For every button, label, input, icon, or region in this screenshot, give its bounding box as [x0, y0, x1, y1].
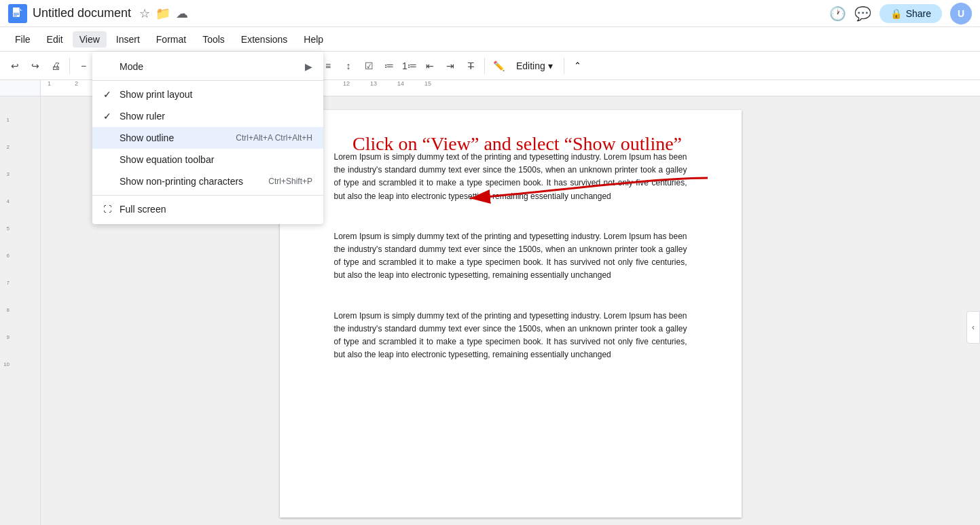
vertical-ruler: 1 2 3 4 5 6 7 8 9 10 — [0, 96, 10, 525]
edit-pencil-icon: ✏️ — [489, 56, 508, 75]
dropdown-item-print-layout[interactable]: ✓ Show print layout — [92, 84, 323, 105]
menu-format[interactable]: Format — [149, 31, 193, 48]
sidebar-toggle-button[interactable]: ‹ — [966, 311, 980, 344]
checklist-button[interactable]: ☑ — [359, 56, 378, 75]
folder-icon[interactable]: 📁 — [156, 6, 170, 21]
avatar: U — [950, 3, 972, 24]
left-margin: 1 2 3 4 5 6 7 8 9 10 — [0, 96, 41, 525]
lock-icon: 🔒 — [890, 8, 902, 19]
nonprinting-label: Show non-printing characters — [120, 176, 268, 187]
menu-bar: File Edit View Insert Format Tools Exten… — [0, 27, 980, 52]
menu-extensions[interactable]: Extensions — [234, 31, 294, 48]
menu-file[interactable]: File — [8, 31, 37, 48]
svg-rect-2 — [14, 14, 19, 15]
indent-decrease-button[interactable]: ⇤ — [420, 56, 439, 75]
ruler-left — [0, 80, 41, 96]
paragraph-2: Lorem Ipsum is simply dummy text of the … — [334, 230, 687, 283]
svg-rect-1 — [14, 13, 19, 14]
print-layout-label: Show print layout — [120, 89, 312, 100]
separator5 — [564, 58, 564, 74]
equation-label: Show equation toolbar — [120, 154, 312, 165]
svg-rect-0 — [13, 7, 20, 17]
mode-label: Mode — [120, 61, 305, 72]
document-page[interactable]: Lorem Ipsum is simply dummy text of the … — [280, 110, 742, 518]
numbered-button[interactable]: 1≔ — [400, 56, 419, 75]
paragraph-3: Lorem Ipsum is simply dummy text of the … — [334, 310, 687, 362]
print-layout-check-icon: ✓ — [103, 89, 117, 100]
redo-button[interactable]: ↪ — [26, 56, 45, 75]
dropdown-item-equation[interactable]: Show equation toolbar — [92, 149, 323, 170]
editing-label: Editing — [516, 60, 545, 71]
editing-button[interactable]: Editing ▾ — [509, 58, 560, 74]
mode-arrow-icon: ▶ — [305, 61, 312, 72]
dropdown-item-ruler[interactable]: ✓ Show ruler — [92, 105, 323, 127]
doc-icon — [8, 4, 27, 23]
title-icons: ☆ 📁 ☁ — [139, 6, 188, 21]
document-title: Untitled document — [33, 6, 131, 20]
comment-icon[interactable]: 💬 — [854, 5, 871, 22]
svg-rect-3 — [14, 16, 17, 16]
title-right: 🕐 💬 🔒 Share U — [829, 3, 972, 24]
share-button[interactable]: 🔒 Share — [879, 4, 942, 23]
divider-2 — [92, 195, 323, 196]
ruler-label: Show ruler — [120, 111, 312, 122]
menu-tools[interactable]: Tools — [196, 31, 232, 48]
menu-insert[interactable]: Insert — [109, 31, 147, 48]
print-button[interactable]: 🖨 — [46, 56, 65, 75]
indent-increase-button[interactable]: ⇥ — [441, 56, 460, 75]
cloud-icon[interactable]: ☁ — [176, 6, 188, 21]
toolbar-collapse-button[interactable]: ⌃ — [568, 56, 587, 75]
paragraph-1: Lorem Ipsum is simply dummy text of the … — [334, 151, 687, 203]
title-bar: Untitled document ☆ 📁 ☁ 🕐 💬 🔒 Share U — [0, 0, 980, 27]
ruler-check-icon: ✓ — [103, 111, 117, 122]
nonprinting-shortcut: Ctrl+Shift+P — [268, 177, 312, 186]
clear-format-button[interactable]: T̶ — [461, 56, 480, 75]
divider-1 — [92, 80, 323, 81]
star-icon[interactable]: ☆ — [139, 6, 150, 21]
editing-chevron-icon: ▾ — [548, 60, 553, 71]
menu-edit[interactable]: Edit — [40, 31, 70, 48]
zoom-out-button[interactable]: − — [74, 56, 93, 75]
view-dropdown-menu: Mode ▶ ✓ Show print layout ✓ Show ruler … — [92, 52, 323, 224]
line-spacing-button[interactable]: ↕ — [339, 56, 358, 75]
outline-label: Show outline — [120, 132, 236, 143]
fullscreen-icon: ⛶ — [103, 204, 117, 214]
bullet-button[interactable]: ≔ — [380, 56, 399, 75]
dropdown-item-outline[interactable]: Show outline Ctrl+Alt+A Ctrl+Alt+H — [92, 127, 323, 149]
separator1 — [69, 58, 70, 74]
outline-shortcut: Ctrl+Alt+A Ctrl+Alt+H — [236, 133, 312, 143]
menu-view[interactable]: View — [73, 31, 107, 48]
separator4 — [484, 58, 485, 74]
dropdown-item-mode[interactable]: Mode ▶ — [92, 56, 323, 77]
menu-help[interactable]: Help — [297, 31, 330, 48]
undo-button[interactable]: ↩ — [5, 56, 24, 75]
dropdown-item-nonprinting[interactable]: Show non-printing characters Ctrl+Shift+… — [92, 170, 323, 192]
history-icon[interactable]: 🕐 — [829, 5, 846, 22]
fullscreen-label: Full screen — [120, 204, 312, 215]
dropdown-item-fullscreen[interactable]: ⛶ Full screen — [92, 198, 323, 220]
